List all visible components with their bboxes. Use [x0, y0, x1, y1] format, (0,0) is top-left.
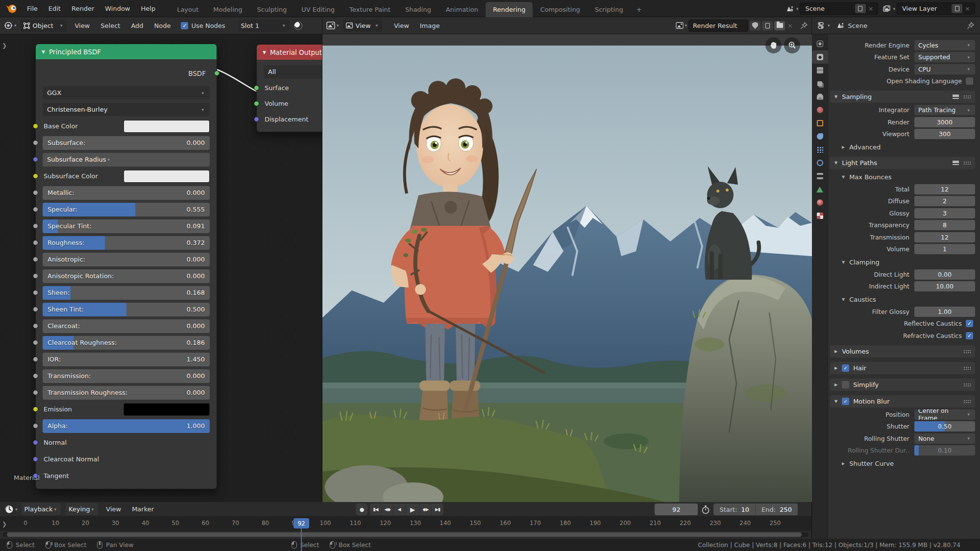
node-header[interactable]: ▼ Principled BSDF [36, 44, 217, 59]
end-frame-field[interactable]: End:250 [756, 503, 798, 515]
input-socket[interactable] [33, 323, 38, 329]
workspace-tab-modeling[interactable]: Modeling [206, 2, 249, 17]
unlink-image-button[interactable]: × [785, 22, 795, 29]
color-swatch[interactable] [123, 170, 210, 183]
node-input-row[interactable]: Sheen:0.168 [43, 286, 210, 300]
timeline-menu-playback[interactable]: Playback▾ [22, 503, 61, 515]
play-button[interactable]: ▶ [405, 503, 420, 515]
image-editor-menu-image[interactable]: Image [415, 21, 445, 31]
collapse-triangle-icon[interactable]: ▼ [42, 49, 45, 54]
input-socket[interactable] [33, 173, 38, 179]
node-input-row[interactable]: Transmission:0.000 [43, 369, 210, 383]
workspace-tab-layout[interactable]: Layout [170, 2, 206, 17]
use-nodes-checkbox[interactable]: ✓ [181, 22, 188, 29]
reflective-caustics-checkbox[interactable]: ✓ [966, 320, 973, 327]
properties-tab-output[interactable] [812, 64, 828, 77]
input-socket[interactable] [33, 240, 38, 245]
input-socket[interactable] [33, 456, 38, 462]
frame-ruler[interactable]: 0102030405060708090100110120130140150160… [0, 517, 811, 531]
add-workspace-button[interactable]: + [631, 2, 648, 17]
node-input-row[interactable]: Anisotropic:0.000 [43, 252, 210, 266]
prop-number-field[interactable]: 10.00 [914, 281, 975, 291]
editor-type-shader-icon[interactable]: ▾ [4, 21, 18, 30]
prev-frame-button[interactable]: ◀ [393, 503, 405, 515]
panel-header-volumes[interactable]: ▶Volumes [830, 345, 975, 358]
remove-view-layer-button[interactable]: × [962, 5, 973, 12]
prop-number-field[interactable]: 2 [914, 196, 975, 206]
pin-icon[interactable] [800, 22, 808, 29]
stopwatch-icon[interactable] [701, 505, 710, 514]
node-input-row[interactable]: Clearcoat Roughness:0.186 [43, 335, 210, 350]
image-datablock-icon[interactable]: ▾ [676, 22, 689, 29]
prop-dropdown[interactable]: CPU▾ [914, 64, 975, 74]
display-mode-dropdown[interactable]: View ▾ [343, 20, 382, 32]
editor-type-image-icon[interactable]: ▾ [326, 22, 341, 29]
prop-number-field[interactable]: 3000 [914, 117, 975, 127]
node-input-row[interactable]: Surface [264, 81, 322, 95]
workspace-tab-uv-editing[interactable]: UV Editing [294, 2, 342, 17]
simplify-checkbox[interactable] [842, 381, 849, 388]
timeline-menu-view[interactable]: View [100, 504, 126, 514]
material-preview-icon[interactable] [294, 22, 302, 30]
image-editor-menu-view[interactable]: View [389, 21, 415, 31]
node-input-row[interactable]: IOR:1.450 [43, 352, 210, 366]
editor-type-timeline-icon[interactable]: ▾ [5, 505, 19, 514]
timeline-menu-marker[interactable]: Marker [126, 504, 159, 514]
node-input-row[interactable]: Tangent [43, 469, 210, 483]
input-socket[interactable] [254, 117, 259, 122]
panel-grip-icon[interactable] [963, 400, 971, 403]
input-socket[interactable] [33, 290, 38, 295]
color-swatch[interactable] [123, 403, 210, 416]
node-input-row[interactable]: Metallic:0.000 [43, 186, 210, 200]
timeline-menu-keying[interactable]: Keying▾ [66, 503, 98, 515]
input-socket[interactable] [33, 123, 38, 129]
workspace-tab-animation[interactable]: Animation [439, 2, 486, 17]
node-input-row[interactable]: Transmission Roughness:0.000 [43, 385, 210, 400]
input-socket[interactable] [33, 190, 38, 195]
node-input-row[interactable]: Anisotropic Rotation:0.000 [43, 269, 210, 283]
topbar-menu-window[interactable]: Window [99, 3, 135, 14]
collapse-triangle-icon[interactable]: ▼ [263, 50, 266, 55]
toolbar-expand-arrow[interactable]: ❯ [2, 42, 7, 49]
panel-grip-icon[interactable] [963, 383, 971, 386]
prop-number-field[interactable]: 12 [914, 232, 975, 242]
panel-header-light-paths[interactable]: ▼Light Paths [830, 157, 975, 169]
timeline-expand-arrow[interactable]: ❯ [2, 521, 7, 527]
node-input-row[interactable]: Sheen Tint:0.500 [43, 302, 210, 316]
pin-icon[interactable] [967, 22, 974, 29]
node-header[interactable]: ▼ Material Output [257, 45, 322, 60]
panel-grip-icon[interactable] [963, 95, 971, 98]
fake-user-shield-button[interactable] [750, 21, 760, 30]
node-input-row[interactable]: Specular:0.555 [43, 202, 210, 216]
principled-bsdf-node[interactable]: ▼ Principled BSDF BSDF GGX▾ Christensen-… [35, 44, 217, 489]
node-input-row[interactable]: Subsurface Color [43, 169, 210, 183]
node-input-row[interactable]: Alpha:1.000 [43, 419, 210, 433]
topbar-menu-render[interactable]: Render [66, 3, 99, 14]
prop-dropdown[interactable]: None▾ [914, 433, 975, 444]
node-input-row[interactable]: Emission [43, 402, 210, 416]
properties-tab-object[interactable] [812, 117, 828, 130]
panel-grip-icon[interactable] [963, 350, 971, 353]
prop-dropdown[interactable]: Cycles▾ [914, 40, 975, 50]
subsurface-method-dropdown[interactable]: Christensen-Burley▾ [43, 103, 210, 116]
input-socket[interactable] [33, 257, 38, 262]
properties-tab-world[interactable] [812, 103, 828, 117]
scene-selector[interactable]: ▾ Scene × [786, 2, 879, 15]
prop-dropdown[interactable]: Path Tracing▾ [914, 105, 975, 115]
topbar-menu-edit[interactable]: Edit [43, 3, 66, 14]
workspace-tab-texture-paint[interactable]: Texture Paint [342, 2, 398, 17]
pan-view-button[interactable] [765, 37, 782, 53]
presets-icon[interactable] [953, 161, 959, 165]
topbar-menu-help[interactable]: Help [136, 3, 161, 14]
properties-tab-modifier[interactable] [812, 130, 828, 143]
shader-node-editor[interactable]: ❯ ▼ Principled BSDF BSDF GGX▾ Christense… [0, 34, 322, 502]
prop-number-field[interactable]: 8 [914, 220, 975, 230]
input-socket[interactable] [33, 407, 38, 412]
node-editor-menu-node[interactable]: Node [149, 21, 176, 31]
node-input-row[interactable]: Subsurface:0.000 [43, 136, 210, 150]
panel-grip-icon[interactable] [963, 366, 971, 370]
node-input-row[interactable]: Normal [43, 435, 210, 450]
new-scene-button[interactable] [855, 4, 866, 13]
input-socket[interactable] [33, 140, 38, 145]
new-view-layer-button[interactable] [952, 4, 962, 13]
